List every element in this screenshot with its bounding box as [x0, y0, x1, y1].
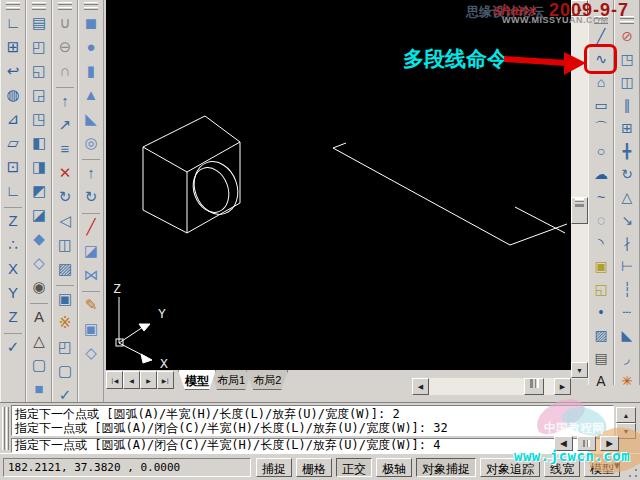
toolbar-grip[interactable] [32, 2, 46, 5]
window-resize-grip[interactable] [628, 468, 638, 478]
named-views-icon[interactable]: ▤ [27, 11, 51, 34]
point-icon[interactable]: • [589, 301, 613, 323]
camera-icon[interactable]: ◉ [27, 275, 51, 298]
command-scroll-up-button[interactable]: ▲ [616, 407, 636, 423]
move-faces-icon[interactable]: ↗ [53, 113, 77, 136]
origin-ucs-icon[interactable]: ∟ [1, 179, 25, 202]
break-icon[interactable]: ┄ [615, 301, 639, 323]
solidedit-cube-icon[interactable]: ◇ [79, 341, 103, 364]
extrude-icon[interactable]: ↑ [79, 161, 103, 184]
named-ucs-icon[interactable]: ⊞ [1, 35, 25, 58]
torus-icon[interactable]: ◎ [79, 131, 103, 154]
revolve-icon[interactable]: ↻ [79, 185, 103, 208]
wire-box-icon[interactable]: ▢ [27, 353, 51, 376]
subtract-icon[interactable]: ⊖ [53, 35, 77, 58]
erase-icon[interactable]: ⊘ [615, 25, 639, 47]
top-view-icon[interactable]: ◰ [27, 35, 51, 58]
stretch-icon[interactable]: ↘ [615, 209, 639, 231]
insert-block-icon[interactable]: ▣ [589, 255, 613, 277]
command-input[interactable]: 指定下一点或 [圆弧(A)/闭合(C)/半宽(H)/长度(L)/放弃(U)/宽度… [11, 438, 614, 453]
copy-icon[interactable]: ◳ [615, 48, 639, 70]
color-faces-icon[interactable]: ▨ [53, 257, 77, 280]
tab-model[interactable]: 模型 [178, 370, 216, 390]
z-axis-vector-ucs-icon[interactable]: Z [1, 209, 25, 232]
ellipse-arc-icon[interactable]: ◝ [589, 232, 613, 254]
first-tab-button[interactable]: ∣◀ [106, 371, 123, 389]
section-icon[interactable]: ◪ [79, 239, 103, 262]
object-ucs-icon[interactable]: ⊿ [1, 107, 25, 130]
toolbar-grip[interactable] [6, 7, 20, 10]
array-icon[interactable]: ⊞ [615, 117, 639, 139]
tab-layout2[interactable]: 布局2 [246, 370, 288, 390]
slice-icon[interactable]: ╱ [79, 215, 103, 238]
toolbar-grip[interactable] [84, 7, 98, 10]
ne-isometric-view-icon[interactable]: ◆ [27, 227, 51, 250]
drawing-canvas[interactable]: Z Y X [106, 0, 571, 370]
status-menu-arrow-icon[interactable]: ▼ [612, 460, 622, 471]
move-icon[interactable]: ╋ [615, 140, 639, 162]
toolbar-grip[interactable] [594, 16, 608, 19]
circle-icon[interactable]: ○ [589, 140, 613, 162]
imprint-icon[interactable]: ▣ [53, 287, 77, 310]
revision-cloud-icon[interactable]: ☁ [589, 163, 613, 185]
solidedit-pencil-icon[interactable]: ✎ [79, 293, 103, 316]
front-view-icon[interactable]: ◧ [27, 131, 51, 154]
sw-isometric-view-icon[interactable]: ◩ [27, 179, 51, 202]
trim-icon[interactable]: ∤ [615, 232, 639, 254]
rotate-faces-icon[interactable]: ↻ [53, 185, 77, 208]
cone-icon[interactable]: ▲ [79, 83, 103, 106]
cone-shapes-icon[interactable]: △ [27, 329, 51, 352]
scroll-left-button[interactable]: ◀ [412, 378, 429, 395]
left-view-icon[interactable]: ◲ [27, 83, 51, 106]
shell-icon[interactable]: ▢ [53, 359, 77, 382]
hatch-icon[interactable]: ▨ [589, 324, 613, 346]
text-icon[interactable]: A [589, 370, 613, 392]
mirror-icon[interactable]: ◫ [615, 71, 639, 93]
y-rotate-ucs-icon[interactable]: Y [1, 281, 25, 304]
world-ucs-icon[interactable]: ◍ [1, 83, 25, 106]
toolbar-grip[interactable] [84, 2, 98, 5]
cylinder-icon[interactable]: ▮ [79, 59, 103, 82]
horizontal-scroll-thumb[interactable] [524, 378, 544, 395]
extend-icon[interactable]: ⊢ [615, 255, 639, 277]
toolbar-grip[interactable] [594, 21, 608, 24]
fillet-icon[interactable]: ◞ [615, 347, 639, 369]
copy-faces-icon[interactable]: ◫ [53, 233, 77, 256]
toolbar-grip[interactable] [6, 2, 20, 5]
rotate-icon[interactable]: ↻ [615, 163, 639, 185]
z-rotate-ucs-icon[interactable]: Z [1, 305, 25, 328]
horizontal-scrollbar[interactable]: ◀ ▶ [412, 378, 571, 395]
offset-faces-icon[interactable]: ≡ [53, 137, 77, 160]
status-toggle-捕捉[interactable]: 捕捉 [256, 458, 292, 477]
status-toggle-栅格[interactable]: 栅格 [296, 458, 332, 477]
scroll-up-button[interactable]: ▲ [571, 0, 588, 16]
command-window-grip[interactable] [2, 407, 5, 450]
arc-icon[interactable]: ⌒ [589, 117, 613, 139]
prev-tab-button[interactable]: ◀ [123, 371, 140, 389]
command-window-grip[interactable] [6, 407, 9, 450]
chamfer-icon[interactable]: ◣ [615, 324, 639, 346]
ucs-icon[interactable]: ∟ [1, 11, 25, 34]
union-icon[interactable]: ∪ [53, 11, 77, 34]
explode-icon[interactable]: ✳ [615, 370, 639, 385]
last-tab-button[interactable]: ▶∣ [157, 371, 174, 389]
toolbar-grip[interactable] [620, 21, 634, 24]
clean-icon[interactable]: ※ [53, 311, 77, 334]
status-toggle-对象追踪[interactable]: 对象追踪 [480, 458, 540, 477]
x-rotate-ucs-icon[interactable]: X [1, 257, 25, 280]
polyline-icon[interactable]: ∿ [589, 48, 613, 70]
status-toggle-正交[interactable]: 正交 [336, 458, 372, 477]
offset-icon[interactable]: ∥ [615, 94, 639, 116]
sphere-icon[interactable]: ● [79, 35, 103, 58]
face-ucs-icon[interactable]: ▱ [1, 131, 25, 154]
se-isometric-view-icon[interactable]: ◪ [27, 203, 51, 226]
toolbar-grip[interactable] [58, 2, 72, 5]
scroll-right-button[interactable]: ▶ [554, 378, 571, 395]
status-toggle-极轴[interactable]: 极轴 [376, 458, 412, 477]
command-scroll-down-button[interactable]: ▼ [616, 423, 636, 439]
tab-layout1[interactable]: 布局1 [210, 370, 252, 390]
apply-ucs-icon[interactable]: ✓ [1, 335, 25, 358]
delete-faces-icon[interactable]: ✕ [53, 161, 77, 184]
command-scrollbar[interactable]: ▲ ▼ [616, 407, 636, 439]
view-ucs-icon[interactable]: ⊡ [1, 155, 25, 178]
